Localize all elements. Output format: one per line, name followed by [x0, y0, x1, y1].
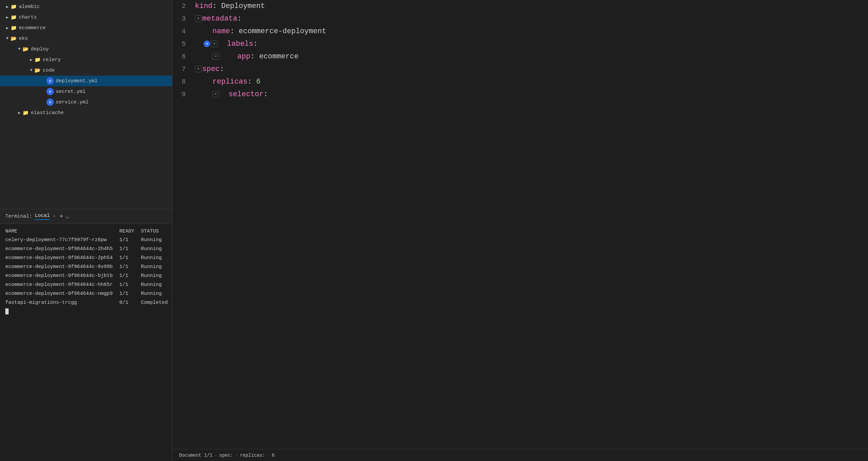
tree-item-ecommerce[interactable]: ▶ 📁 ecommerce — [0, 23, 172, 33]
breadcrumb: Document 1/1 › spec: › replicas: › 6 — [173, 449, 868, 461]
fold-icon[interactable]: ▾ — [213, 91, 219, 97]
terminal-cell-ready: 1/1 — [119, 262, 141, 271]
code-line-9: 9 ▾ selector: — [173, 88, 868, 101]
terminal-cell-name: ecommerce-deployment-9f964644c-8v99b — [5, 262, 119, 271]
arrow-icon: ▼ — [16, 47, 23, 52]
tree-item-celery[interactable]: ▶ 📁 celery — [0, 54, 172, 65]
fold-icon[interactable]: ▾ — [211, 40, 217, 47]
terminal-add-button[interactable]: + — [60, 213, 63, 220]
terminal-cell-name: ecommerce-deployment-9f964644c-2h4h5 — [5, 244, 119, 253]
terminal-header: Terminal: Local × + ⌄ — [0, 209, 172, 224]
terminal-cell-status: Running — [141, 262, 172, 271]
line-number: 3 — [173, 12, 192, 25]
terminal-cell-name: ecommerce-deployment-9f964644c-2ph54 — [5, 253, 119, 262]
fold-icon[interactable]: ▾ — [195, 66, 202, 72]
sidebar: ▶ 📁 alembic ▶ 📁 charts ▶ 📁 ecommerce ▼ 📂… — [0, 0, 173, 461]
terminal-table-row: ecommerce-deployment-9f964644c-8v99b1/1R… — [5, 262, 172, 271]
tree-item-code[interactable]: ▼ 📂 code — [0, 65, 172, 75]
line-number: 7 — [173, 63, 192, 75]
terminal-table: NAME READY STATUS RESTARTS AGEDs --kubec… — [5, 227, 172, 307]
k8s-icon: ⎈ — [46, 88, 54, 95]
code-line-2: 2 kind: Deployment — [173, 0, 868, 12]
arrow-icon: ▶ — [4, 26, 10, 31]
line-number: 5 — [173, 38, 192, 51]
fold-icon[interactable]: ▾ — [195, 15, 202, 22]
terminal-table-row: ecommerce-deployment-9f964644c-hh65r1/1R… — [5, 280, 172, 289]
arrow-icon: ▶ — [28, 57, 34, 62]
tree-item-label: secret.yml — [56, 89, 86, 94]
tree-item-secret-yml[interactable]: ⎈ secret.yml — [0, 86, 172, 97]
terminal-chevron-button[interactable]: ⌄ — [66, 214, 69, 219]
code-line-3: 3 ▾metadata: — [173, 12, 868, 25]
folder-icon: 📁 — [10, 4, 17, 10]
line-content: kind: Deployment — [192, 0, 868, 12]
terminal-cursor — [5, 308, 9, 314]
code-line-5: 5 ⎈▾ labels: — [173, 38, 868, 51]
col-status: STATUS — [141, 227, 172, 236]
folder-icon: 📂 — [23, 46, 29, 52]
terminal-cell-status: Running — [141, 253, 172, 262]
tree-item-elasticache[interactable]: ▶ 📁 elasticache — [0, 107, 172, 118]
tree-item-label: alembic — [19, 4, 40, 10]
folder-icon: 📂 — [34, 67, 41, 73]
terminal-close-button[interactable]: × — [53, 214, 56, 219]
line-number: 9 — [173, 88, 192, 101]
line-number: 6 — [173, 51, 192, 63]
tree-item-label: deploy — [31, 47, 49, 52]
line-content: name: ecommerce-deployment — [192, 25, 868, 38]
terminal-cell-status: Completed — [141, 298, 172, 307]
breadcrumb-spec: spec: — [219, 453, 233, 458]
breadcrumb-sep: › — [215, 453, 217, 458]
line-content: ▾spec: — [192, 63, 868, 75]
terminal-table-row: fastapi-migrations-trcgg0/1Completed04s — [5, 298, 172, 307]
line-content: ⎈▾ labels: — [192, 38, 868, 51]
tree-item-label: elasticache — [31, 110, 64, 116]
folder-icon: 📁 — [34, 57, 41, 63]
terminal-body: NAME READY STATUS RESTARTS AGEDs --kubec… — [0, 224, 172, 461]
terminal-label: Terminal: — [5, 214, 32, 219]
terminal-cell-name: ecommerce-deployment-9f964644c-bjbtb — [5, 271, 119, 280]
terminal-cell-name: fastapi-migrations-trcgg — [5, 298, 119, 307]
arrow-icon: ▼ — [28, 68, 34, 73]
tree-item-label: eks — [19, 36, 28, 41]
tree-item-label: service.yml — [56, 99, 89, 105]
terminal-cell-status: Running — [141, 289, 172, 298]
terminal-cell-ready: 1/1 — [119, 280, 141, 289]
tree-item-alembic[interactable]: ▶ 📁 alembic — [0, 1, 172, 12]
tree-item-deployment-yml[interactable]: ⎈ deployment.yml — [0, 75, 172, 86]
terminal-cell-name: celery-deployment-77c7f9979f-rz6pw — [5, 236, 119, 244]
tree-item-service-yml[interactable]: ⎈ service.yml — [0, 97, 172, 107]
file-tree: ▶ 📁 alembic ▶ 📁 charts ▶ 📁 ecommerce ▼ 📂… — [0, 0, 172, 209]
tree-item-charts[interactable]: ▶ 📁 charts — [0, 12, 172, 23]
terminal-cell-ready: 1/1 — [119, 253, 141, 262]
breadcrumb-sep: › — [235, 453, 238, 458]
tree-item-eks[interactable]: ▼ 📂 eks — [0, 33, 172, 44]
folder-icon: 📁 — [10, 14, 17, 21]
terminal-table-row: ecommerce-deployment-9f964644c-2ph541/1R… — [5, 253, 172, 262]
arrow-icon: ▶ — [16, 111, 23, 115]
line-content: replicas: 6 — [192, 75, 868, 88]
code-line-4: 4 name: ecommerce-deployment — [173, 25, 868, 38]
code-line-6: 6 ▾ app: ecommerce — [173, 51, 868, 63]
tree-item-label: code — [43, 68, 55, 73]
breadcrumb-replicas: replicas: — [240, 453, 265, 458]
folder-icon: 📁 — [23, 110, 29, 116]
k8s-icon: ⎈ — [46, 98, 54, 106]
terminal-table-row: ecommerce-deployment-9f964644c-bjbtb1/1R… — [5, 271, 172, 280]
terminal-cell-ready: 1/1 — [119, 271, 141, 280]
tree-item-deploy[interactable]: ▼ 📂 deploy — [0, 44, 172, 54]
terminal-cell-status: Running — [141, 236, 172, 244]
terminal-table-row: ecommerce-deployment-9f964644c-2h4h51/1R… — [5, 244, 172, 253]
terminal-cell-status: Running — [141, 280, 172, 289]
folder-icon: 📁 — [10, 25, 17, 31]
terminal-cell-status: Running — [141, 271, 172, 280]
line-number: 8 — [173, 75, 192, 88]
terminal-panel: Terminal: Local × + ⌄ NAME READY STATUS … — [0, 209, 172, 461]
tree-item-label: charts — [19, 14, 37, 20]
fold-icon[interactable]: ▾ — [213, 53, 219, 60]
terminal-cell-ready: 1/1 — [119, 236, 141, 244]
terminal-tab-local[interactable]: Local — [35, 213, 50, 220]
terminal-cell-name: ecommerce-deployment-9f964644c-nmgp9 — [5, 289, 119, 298]
terminal-table-row: ecommerce-deployment-9f964644c-nmgp91/1R… — [5, 289, 172, 298]
tree-item-label: deployment.yml — [56, 78, 97, 84]
